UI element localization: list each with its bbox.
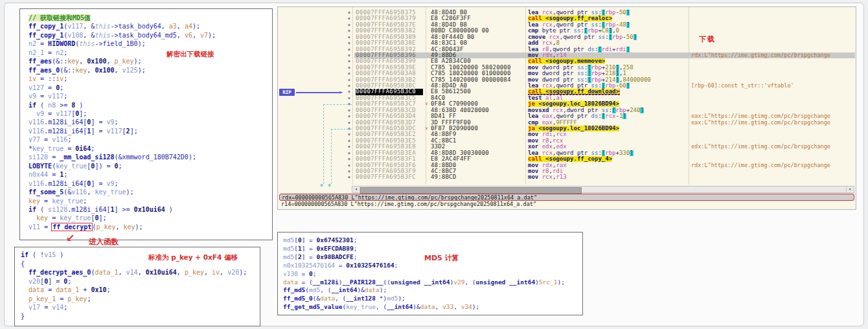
disasm-row-body: 00007FFFA695B3CD48:638D 40020000movsxd r… bbox=[354, 108, 855, 113]
disasm-row[interactable]: ●00007FFFA695B3CD48:638D 40020000movsxd … bbox=[278, 108, 856, 113]
bytes-cell: E8 2AC4F4FF bbox=[431, 156, 525, 162]
instruction-cell: test al,al bbox=[528, 95, 689, 101]
breakpoint-dot[interactable]: ● bbox=[345, 131, 353, 137]
disasm-row-body: 00007FFFA695B3E248:8BF9mov rdi,rcx bbox=[354, 131, 855, 137]
disasm-row-body: 00007FFFA695B3EA48:8D8D 30030000lea rcx,… bbox=[354, 150, 855, 156]
jump-taken-icon: ∨ bbox=[423, 126, 430, 131]
breakpoint-dot[interactable]: ● bbox=[345, 71, 353, 76]
address-cell: 00007FFFA695B389 bbox=[356, 34, 423, 40]
pseudocode-panel-md5: md5[0] = 0x67452301;md5[1] = 0xEFCDAB89;… bbox=[277, 232, 583, 315]
code-line: // 获取链接和MD5值 bbox=[29, 14, 271, 22]
breakpoint-dot[interactable]: ● bbox=[345, 52, 353, 58]
disasm-row[interactable]: ●00007FFFA695B3D48D41 FFlea eax,qword pt… bbox=[278, 113, 856, 119]
disasm-row[interactable]: ●00007FFFA695B3EA48:8D8D 30030000lea rcx… bbox=[278, 150, 856, 156]
code-line: ff_md5(md5, (__int64)&data); bbox=[283, 286, 581, 295]
breakpoint-dot[interactable]: ● bbox=[345, 156, 353, 162]
breakpoint-dot[interactable]: ● bbox=[345, 83, 353, 89]
disasm-row[interactable]: ●00007FFFA695B3D73D FFFF9F00cmp eax,9FFF… bbox=[278, 120, 856, 126]
breakpoint-dot[interactable]: ● bbox=[345, 113, 353, 119]
info-line[interactable]: rdx=000000000565A830 L"https://ime.gtimg… bbox=[279, 194, 854, 201]
breakpoint-dot[interactable]: ● bbox=[345, 150, 353, 156]
instruction-cell: lea eax,qword ptr ds:[rcx-1] bbox=[528, 113, 689, 119]
scroll-left-button[interactable]: ◂ bbox=[352, 187, 360, 192]
disasm-row[interactable]: ●00007FFFA695B3C7∨0F84 C7090000je <sogou… bbox=[278, 101, 856, 107]
jump-line bbox=[331, 129, 352, 130]
disasm-row[interactable]: ●00007FFFA695B399E8 A2B34C00call <sogoup… bbox=[278, 58, 856, 64]
disasm-row[interactable]: ●00007FFFA695B3DC∨0F87 B2090000ja <sogou… bbox=[278, 126, 856, 131]
disasm-row[interactable]: ●00007FFFA695B3E833D2xor edx,edxedx:L"ht… bbox=[278, 144, 856, 150]
instruction-cell: cmp byte ptr ss:[rbp+C8],0 bbox=[528, 28, 689, 34]
breakpoint-dot[interactable]: ● bbox=[345, 163, 353, 168]
disasm-row[interactable]: ●00007FFFA695B3924C:8D043Flea r8,qword p… bbox=[278, 47, 856, 52]
bytes-cell: 3D FFFF9F00 bbox=[431, 120, 525, 126]
breakpoint-dot[interactable]: ● bbox=[345, 168, 353, 174]
breakpoint-dot[interactable]: ● bbox=[345, 120, 353, 126]
breakpoint-dot[interactable]: ● bbox=[345, 89, 353, 95]
disasm-row[interactable]: ●00007FFFA695B37E48:8D4D B8lea rcx,qword… bbox=[278, 22, 856, 28]
address-cell: 00007FFFA695B3E2 bbox=[356, 131, 423, 137]
code-line: v11 = ff_decrypt(p_key, key); bbox=[29, 223, 271, 231]
breakpoint-dot[interactable]: ● bbox=[345, 28, 353, 34]
code-line: v116.m128i_i64[1] = v117[2]; bbox=[29, 127, 271, 135]
code-line: ff_aes_0(&::key, 0x100, v125); bbox=[29, 66, 271, 74]
disasm-row[interactable]: ●00007FFFA695B3F648:8BD0mov rdx,raxrdx:L… bbox=[278, 163, 856, 168]
disasm-row[interactable]: ●00007FFFA695B38E48:83C1 08add rcx,8 bbox=[278, 40, 856, 46]
breakpoint-dot[interactable]: ● bbox=[345, 174, 353, 179]
jump-line bbox=[323, 104, 324, 184]
breakpoint-dot[interactable]: ● bbox=[345, 138, 353, 144]
disasm-row[interactable]: ●00007FFFA695B3F94C:8BC7mov r8,rdi bbox=[278, 168, 856, 174]
rip-register-badge: RIP bbox=[279, 89, 295, 96]
breakpoint-dot[interactable]: ● bbox=[345, 144, 353, 150]
breakpoint-dot[interactable]: ● bbox=[345, 58, 353, 64]
address-cell: 00007FFFA695B3FC bbox=[356, 174, 423, 179]
address-cell: 00007FFFA695B3C0 bbox=[356, 89, 423, 95]
disasm-row[interactable]: ●00007FFFA695B3E248:8BF9mov rdi,rcx bbox=[278, 131, 856, 137]
rip-arrowhead-icon: ► bbox=[339, 89, 343, 95]
jump-line bbox=[331, 129, 332, 184]
scrollbar-thumb[interactable] bbox=[360, 187, 582, 194]
breakpoint-dot[interactable]: ● bbox=[345, 95, 353, 101]
instruction-cell: mov r8,rdi bbox=[528, 168, 689, 174]
code-line: } bbox=[21, 312, 258, 321]
address-cell: 00007FFFA695B3D4 bbox=[356, 113, 423, 119]
disasm-row[interactable]: ●00007FFFA695B38948:0F444D B0cmove rcx,q… bbox=[278, 34, 856, 40]
info-line[interactable]: r14=000000000565A830 L"https://ime.gtimg… bbox=[279, 201, 854, 208]
breakpoint-dot[interactable]: ● bbox=[345, 40, 353, 46]
disasm-row[interactable]: ●00007FFFA695B3A8C785 18020000 01000000m… bbox=[278, 71, 856, 76]
disasm-row[interactable]: ●00007FFFA695B38280BD C8000000 00cmp byt… bbox=[278, 28, 856, 34]
disasm-row[interactable]: ●00007FFFA695B379E8 C286F3FFcall <sogoup… bbox=[278, 16, 856, 21]
comment-cell: [rbp-60]:const t_str::'vftable' bbox=[691, 83, 855, 89]
scroll-right-button[interactable]: ▸ bbox=[846, 187, 854, 192]
address-cell: 00007FFFA695B37E bbox=[356, 22, 423, 28]
disasm-row[interactable]: ●00007FFFA695B3FC49:8BCDmov rcx,r13 bbox=[278, 174, 856, 179]
code-line: ff_decrypt_aes_0(data_1, v14, 0x10ui64, … bbox=[21, 268, 258, 277]
disasm-row[interactable]: ●00007FFFA695B39649:8BD6mov rdx,r14rdx:L… bbox=[278, 52, 856, 58]
breakpoint-dot[interactable]: ● bbox=[345, 16, 353, 21]
disasm-row[interactable]: ●00007FFFA695B39EC785 10020000 58020000m… bbox=[278, 65, 856, 71]
disasm-row[interactable]: ●00007FFFA695B3F1E8 2AC4F4FFcall <sogoup… bbox=[278, 156, 856, 162]
disasm-row[interactable]: ●00007FFFA695B3C584C0test al,al bbox=[278, 95, 856, 101]
disasm-row[interactable]: ●00007FFFA695B3E54C:8BC1mov r8,rcx bbox=[278, 138, 856, 144]
bytes-cell: 0F87 B2090000 bbox=[431, 126, 525, 131]
breakpoint-dot[interactable]: ● bbox=[345, 47, 353, 52]
breakpoint-dot[interactable]: ● bbox=[345, 108, 353, 113]
horizontal-scrollbar[interactable]: ◂ ▸ bbox=[352, 186, 854, 193]
disasm-row[interactable]: ●00007FFFA695B3C0E8 5B612500call <sogoup… bbox=[278, 89, 856, 95]
bytes-cell: C785 14020000 00000084 bbox=[431, 77, 525, 83]
screenshot-root: // 获取链接和MD5值ff_copy_1(v117, &this->task_… bbox=[0, 0, 868, 329]
breakpoint-dot[interactable]: ● bbox=[345, 65, 353, 71]
disasm-row[interactable]: ●00007FFFA695B3B2C785 14020000 00000084m… bbox=[278, 77, 856, 83]
disasm-row[interactable]: ●00007FFFA695B3BC48:8D4D A0lea rcx,qword… bbox=[278, 83, 856, 89]
instruction-cell: call <sogoupy.ff_download> bbox=[528, 89, 689, 95]
code-line: data = data_1 + 0x10; bbox=[21, 286, 258, 295]
instruction-cell: lea rcx,qword ptr ss:[rbp-50] bbox=[528, 10, 689, 16]
disasm-row[interactable]: ●00007FFFA695B37548:8D4D B0lea rcx,qword… bbox=[278, 10, 856, 16]
code-line: ff_get_md5_value(key_true, (__int64)&dat… bbox=[283, 303, 581, 312]
breakpoint-dot[interactable]: ● bbox=[345, 34, 353, 40]
breakpoint-dot[interactable]: ● bbox=[345, 10, 353, 16]
disassembly-panel: ●00007FFFA695B37548:8D4D B0lea rcx,qword… bbox=[277, 6, 856, 210]
breakpoint-dot[interactable]: ● bbox=[345, 22, 353, 28]
bytes-cell: 48:8D4D A0 bbox=[431, 83, 525, 89]
breakpoint-dot[interactable]: ● bbox=[345, 77, 353, 83]
pseudocode-panel-main: // 获取链接和MD5值ff_copy_1(v117, &this->task_… bbox=[19, 8, 273, 240]
